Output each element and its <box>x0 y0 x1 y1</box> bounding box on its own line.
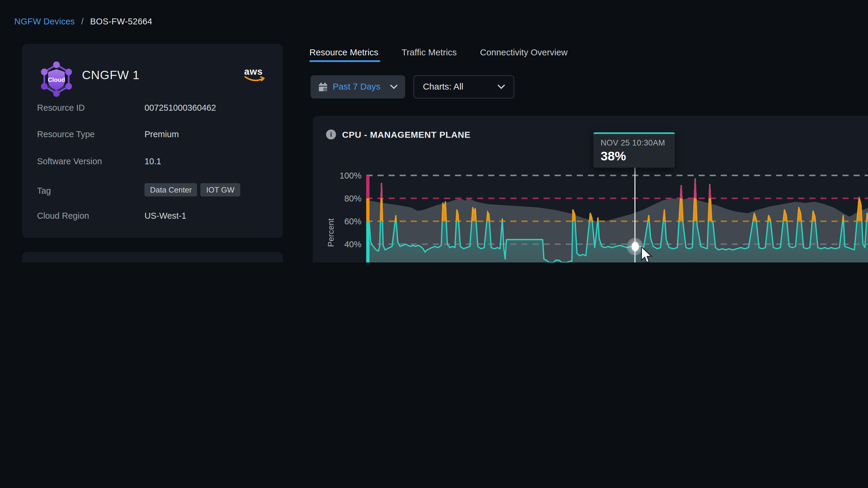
info-row-software-version: Software Version 10.1 <box>22 157 283 170</box>
mouse-cursor <box>641 247 654 262</box>
breadcrumb: NGFW Devices / BOS-FW-52664 <box>14 17 152 27</box>
cpu-tooltip-timestamp: NOV 25 10:30AM <box>601 138 668 147</box>
y-tick-label: 60% <box>344 217 362 226</box>
cpu-tooltip: NOV 25 10:30AM 38% <box>594 132 675 167</box>
y-tick-label: 100% <box>340 171 362 180</box>
time-range-dropdown[interactable]: Past 7 Days <box>310 75 405 98</box>
inbound-packet-rate-card: Inbound Packet Rate 100 PPS <box>22 252 283 262</box>
info-row-resource-id: Resource ID 007251000360462 <box>22 103 283 116</box>
device-profile-card: Cloud CNGFW 1 aws Resource ID 0072510003… <box>22 44 283 238</box>
breadcrumb-parent-link[interactable]: NGFW Devices <box>14 17 75 26</box>
colorbar-normal <box>366 221 369 262</box>
active-tab-underline <box>310 60 380 62</box>
colorbar-critical <box>366 175 369 198</box>
calendar-icon <box>318 82 328 92</box>
chevron-down-icon <box>390 85 397 89</box>
cpu-marker-dot[interactable] <box>631 242 639 252</box>
info-row-resource-type: Resource Type Premium <box>22 129 283 143</box>
cpu-chart-card: i CPU - MANAGEMENT PLANE 100%80%60%40%20… <box>313 116 868 262</box>
inbound-packet-rate-value: 100 PPS <box>234 262 274 262</box>
y-tick-label: 40% <box>344 239 362 249</box>
breadcrumb-current: BOS-FW-52664 <box>90 17 152 26</box>
app-viewport: NGFW Devices / BOS-FW-52664 Cloud CNGFW … <box>0 0 868 262</box>
chevron-down-icon <box>498 85 505 89</box>
breadcrumb-separator: / <box>81 17 84 26</box>
device-name: CNGFW 1 <box>82 68 140 83</box>
cpu-tooltip-value: 38% <box>601 149 668 164</box>
time-range-label: Past 7 Days <box>333 82 380 92</box>
aws-smile-icon <box>244 76 266 84</box>
colorbar-warning <box>366 198 369 221</box>
charts-filter-dropdown[interactable]: Charts: All <box>413 75 514 98</box>
tab-traffic-metrics[interactable]: Traffic Metrics <box>402 47 457 58</box>
charts-filter-label: Charts: All <box>423 82 463 92</box>
svg-text:Cloud: Cloud <box>48 76 65 83</box>
info-row-tag: Tag Data CenterIOT GW <box>22 186 283 199</box>
info-row-cloud-region: Cloud Region US-West-1 <box>22 211 283 224</box>
tab-resource-metrics[interactable]: Resource Metrics <box>310 47 379 58</box>
tab-bar: Resource Metrics Traffic Metrics Connect… <box>310 47 568 58</box>
y-axis-label: Percent <box>326 219 336 247</box>
aws-logo-icon: aws <box>244 68 266 85</box>
cloud-firewall-icon: Cloud <box>39 61 74 97</box>
cpu-plot-group: 100%80%60%40%20%0%Percent161718192021222… <box>326 171 868 262</box>
tag-chip: IOT GW <box>200 183 240 197</box>
y-tick-label: 80% <box>344 194 362 203</box>
inbound-packet-rate-label: Inbound Packet Rate <box>32 262 119 262</box>
tag-chip: Data Center <box>144 183 197 197</box>
tab-connectivity-overview[interactable]: Connectivity Overview <box>480 47 567 58</box>
cpu-chart-plot[interactable]: 100%80%60%40%20%0%Percent161718192021222… <box>313 116 868 262</box>
